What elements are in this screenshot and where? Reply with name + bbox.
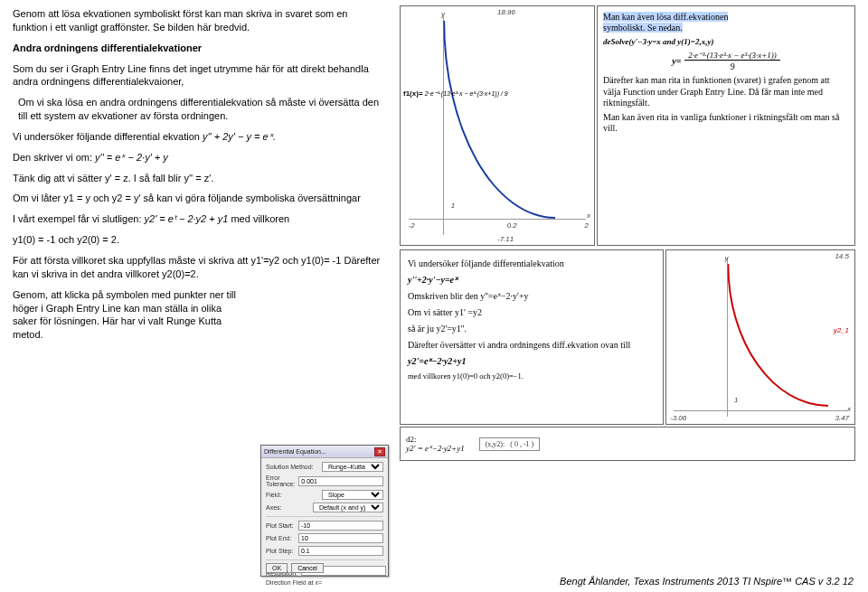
row-direction-field: Direction Field at x= [266, 579, 383, 586]
page-footer: Bengt Åhlander, Texas Instruments 2013 T… [560, 576, 854, 587]
p10: Genom, att klicka på symbolen med punkte… [13, 288, 248, 342]
p3: Om vi ska lösa en andra ordningens diffe… [18, 96, 384, 123]
xtick-left: -2 [409, 221, 415, 230]
dialog-title: Differential Equation... [264, 448, 326, 455]
p8-eq: y2' = eᵗ − 2·y2 + y1 [145, 213, 229, 224]
f1-label: f1(x)= 2·e⁻³·(13·e³·x − e³·(3·x+1)) / 9 [403, 89, 508, 98]
cancel-button[interactable]: Cancel [291, 563, 324, 573]
row-axes: Axes: Default (x and y) [266, 503, 383, 512]
n2-p6: med villkoren y1(0)=0 och y2(0)=−1. [408, 371, 656, 381]
x-axis-label: x [587, 211, 590, 220]
n2-p1: Vi undersöker följande differentialekvat… [408, 258, 656, 269]
x-axis [674, 410, 846, 411]
row-plot-end: Plot End: [266, 533, 383, 543]
n2-eq1: y''+2·y'−y=eˣ [408, 274, 656, 286]
intro-paragraph: Genom att lösa ekvationen symboliskt för… [13, 7, 384, 34]
plot-step-input[interactable] [298, 546, 383, 556]
ytick-bottom: -7.11 [497, 235, 514, 243]
d2-label: d2: y2' = eˣ−2·y2+y1 [406, 435, 465, 453]
p7: Om vi låter y1 = y och y2 = y' så kan vi… [13, 192, 384, 205]
n2-p2: Omskriven blir den y''=eˣ−2·y'+y [408, 290, 656, 302]
p8b: y1(0) = -1 och y2(0) = 2. [13, 233, 384, 247]
dialog-titlebar[interactable]: Differential Equation... × [261, 446, 388, 458]
ytick-top: 14.5 [835, 252, 849, 260]
y-axis-label: y [441, 10, 445, 18]
notes-line1a: Man kan även lösa diff.ekvationen [603, 12, 728, 22]
desolve-result: y= 2·e⁻³·(13·e³·x − e³·(3·x+1)) 9 [603, 51, 849, 71]
xtick-mid: 0.2 [507, 221, 517, 230]
notes-p2: Därefter kan man rita in funktionen (sva… [603, 75, 849, 108]
ok-button[interactable]: OK [266, 563, 288, 573]
ytick-top: 18.96 [497, 8, 515, 16]
ytick-mid: 1 [734, 396, 738, 404]
n2-p5: Därefter översätter vi andra ordningens … [408, 339, 656, 351]
p5: Den skriver vi om: y'' = eˣ − 2·y' + y [13, 151, 384, 164]
n2-p3: Om vi sätter y1' =y2 [408, 306, 656, 318]
row-method: Solution Method: Runge–Kutta [266, 462, 383, 472]
plot-end-input[interactable] [298, 533, 383, 543]
ic-box: (x,y2): ( 0 , -1 ) [479, 437, 541, 451]
y-axis-label: y [724, 254, 728, 262]
formula-lhs: y= [672, 56, 681, 66]
row-plot-start: Plot Start: [266, 521, 383, 531]
graph-panel-f1: 18.96 1 -2 0.2 2 -7.11 x y f1(x)= 2·e⁻³·… [400, 5, 595, 246]
notes-p3: Man kan även rita in vanliga funktioner … [603, 112, 849, 134]
n2-eq2: y2'=eˣ−2·y2+y1 [408, 355, 656, 367]
row-plot-step: Plot Step: [266, 546, 383, 556]
xtick-right: 3.47 [835, 414, 849, 422]
x-axis-label: x [847, 405, 851, 413]
xy-vals: ( 0 , -1 ) [510, 440, 533, 448]
p4-pre: Vi undersöker följande differential ekva… [13, 131, 203, 142]
notes-line1b: symboliskt. Se nedan. [603, 23, 683, 33]
desolve-command: deSolve(y'−3·y=x and y(1)=2,x,y) [603, 37, 849, 47]
diff-eq-settings-dialog: Differential Equation... × Solution Meth… [260, 445, 389, 577]
n2-p4: så är ju y2'=y1''. [408, 323, 656, 334]
graph-panel-y2: 14.5 1 -3.06 3.47 x y y2_1 [665, 249, 855, 425]
entry-line-strip: d2: y2' = eˣ−2·y2+y1 (x,y2): ( 0 , -1 ) [400, 427, 855, 461]
p8: I vårt exempel får vi slutligen: y2' = e… [13, 212, 384, 226]
notes-panel-top: Man kan även lösa diff.ekvationen symbol… [597, 5, 855, 246]
p5-pre: Den skriver vi om: [13, 152, 95, 163]
plot-start-input[interactable] [298, 521, 383, 531]
xy-label: (x,y2): [486, 440, 505, 448]
formula-den: 9 [731, 61, 735, 71]
p4-eq: y'' + 2y' − y = eˣ [203, 131, 273, 142]
section-heading: Andra ordningens differentialekvationer [13, 42, 384, 55]
p9: För att första villkoret ska uppfyllas m… [13, 254, 384, 281]
xtick-right: 2 [585, 221, 589, 230]
f1-lhs: f1(x)= [403, 89, 423, 98]
field-select[interactable]: Slope [322, 490, 383, 500]
curve-f1 [443, 21, 555, 219]
p6: Tänk dig att vi sätter y' = z. I så fall… [13, 172, 384, 185]
p2: Som du ser i Graph Entry Line finns det … [13, 62, 384, 89]
row-tolerance: Error Tolerance: [266, 475, 383, 487]
ytick-mid: 1 [451, 202, 455, 210]
axes-select[interactable]: Default (x and y) [313, 503, 383, 512]
p8-post: med villkoren [231, 213, 289, 224]
series-label: y2_1 [834, 326, 849, 334]
close-icon[interactable]: × [374, 447, 385, 456]
row-field: Field: Slope [266, 490, 383, 500]
curve-y2 [727, 264, 828, 406]
xtick-left: -3.06 [670, 414, 686, 422]
p4: Vi undersöker följande differential ekva… [13, 130, 384, 144]
method-select[interactable]: Runge–Kutta [322, 462, 383, 472]
p5-eq: y'' = eˣ − 2·y' + y [95, 152, 168, 163]
f1-expr: 2·e⁻³·(13·e³·x − e³·(3·x+1)) / 9 [425, 90, 508, 97]
notes-panel-bottom: Vi undersöker följande differentialekvat… [400, 249, 664, 425]
x-axis [409, 219, 587, 220]
p8-pre: I vårt exempel får vi slutligen: [13, 213, 145, 224]
tolerance-input[interactable] [298, 476, 383, 486]
formula-num: 2·e⁻³·(13·e³·x − e³·(3·x+1)) [684, 51, 779, 61]
